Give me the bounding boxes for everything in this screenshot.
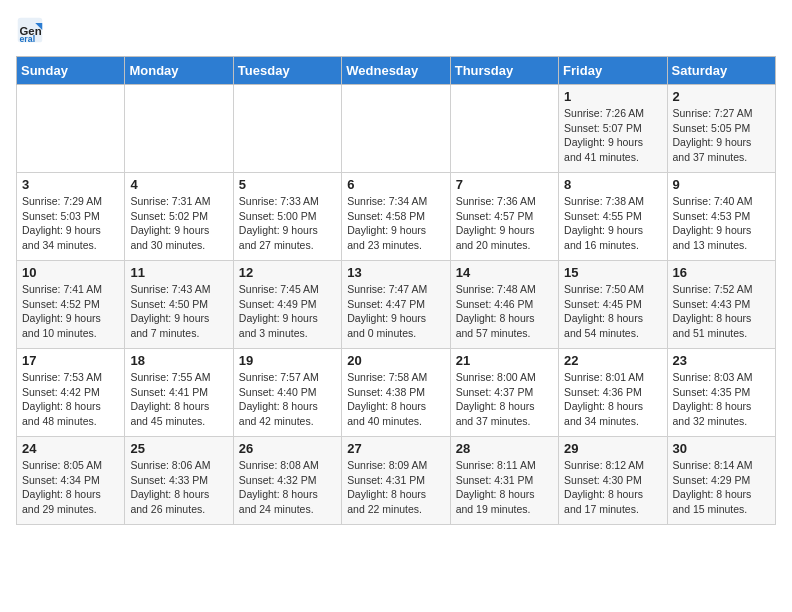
day-number: 3 xyxy=(22,177,119,192)
day-cell: 20Sunrise: 7:58 AMSunset: 4:38 PMDayligh… xyxy=(342,349,450,437)
header-wednesday: Wednesday xyxy=(342,57,450,85)
day-info: Sunrise: 7:33 AMSunset: 5:00 PMDaylight:… xyxy=(239,194,336,253)
day-info: Sunrise: 7:26 AMSunset: 5:07 PMDaylight:… xyxy=(564,106,661,165)
day-cell: 21Sunrise: 8:00 AMSunset: 4:37 PMDayligh… xyxy=(450,349,558,437)
day-info: Sunrise: 7:29 AMSunset: 5:03 PMDaylight:… xyxy=(22,194,119,253)
day-info: Sunrise: 8:05 AMSunset: 4:34 PMDaylight:… xyxy=(22,458,119,517)
day-cell: 4Sunrise: 7:31 AMSunset: 5:02 PMDaylight… xyxy=(125,173,233,261)
day-number: 11 xyxy=(130,265,227,280)
day-cell: 24Sunrise: 8:05 AMSunset: 4:34 PMDayligh… xyxy=(17,437,125,525)
day-info: Sunrise: 7:50 AMSunset: 4:45 PMDaylight:… xyxy=(564,282,661,341)
day-cell: 12Sunrise: 7:45 AMSunset: 4:49 PMDayligh… xyxy=(233,261,341,349)
day-number: 5 xyxy=(239,177,336,192)
day-number: 10 xyxy=(22,265,119,280)
day-cell xyxy=(125,85,233,173)
week-row-4: 17Sunrise: 7:53 AMSunset: 4:42 PMDayligh… xyxy=(17,349,776,437)
day-number: 22 xyxy=(564,353,661,368)
day-cell: 30Sunrise: 8:14 AMSunset: 4:29 PMDayligh… xyxy=(667,437,775,525)
day-cell xyxy=(342,85,450,173)
day-cell: 9Sunrise: 7:40 AMSunset: 4:53 PMDaylight… xyxy=(667,173,775,261)
day-cell: 28Sunrise: 8:11 AMSunset: 4:31 PMDayligh… xyxy=(450,437,558,525)
day-info: Sunrise: 7:43 AMSunset: 4:50 PMDaylight:… xyxy=(130,282,227,341)
header-thursday: Thursday xyxy=(450,57,558,85)
day-cell: 11Sunrise: 7:43 AMSunset: 4:50 PMDayligh… xyxy=(125,261,233,349)
logo-icon: Gen eral xyxy=(16,16,44,44)
day-cell: 7Sunrise: 7:36 AMSunset: 4:57 PMDaylight… xyxy=(450,173,558,261)
day-number: 16 xyxy=(673,265,770,280)
day-info: Sunrise: 8:06 AMSunset: 4:33 PMDaylight:… xyxy=(130,458,227,517)
header-sunday: Sunday xyxy=(17,57,125,85)
day-cell: 18Sunrise: 7:55 AMSunset: 4:41 PMDayligh… xyxy=(125,349,233,437)
day-number: 24 xyxy=(22,441,119,456)
day-cell: 10Sunrise: 7:41 AMSunset: 4:52 PMDayligh… xyxy=(17,261,125,349)
page-header: Gen eral xyxy=(16,16,776,44)
day-info: Sunrise: 7:48 AMSunset: 4:46 PMDaylight:… xyxy=(456,282,553,341)
day-cell: 27Sunrise: 8:09 AMSunset: 4:31 PMDayligh… xyxy=(342,437,450,525)
day-cell xyxy=(450,85,558,173)
day-number: 8 xyxy=(564,177,661,192)
week-row-5: 24Sunrise: 8:05 AMSunset: 4:34 PMDayligh… xyxy=(17,437,776,525)
day-info: Sunrise: 7:57 AMSunset: 4:40 PMDaylight:… xyxy=(239,370,336,429)
day-info: Sunrise: 7:36 AMSunset: 4:57 PMDaylight:… xyxy=(456,194,553,253)
week-row-1: 1Sunrise: 7:26 AMSunset: 5:07 PMDaylight… xyxy=(17,85,776,173)
day-number: 14 xyxy=(456,265,553,280)
day-info: Sunrise: 7:41 AMSunset: 4:52 PMDaylight:… xyxy=(22,282,119,341)
day-number: 27 xyxy=(347,441,444,456)
day-info: Sunrise: 7:40 AMSunset: 4:53 PMDaylight:… xyxy=(673,194,770,253)
day-number: 6 xyxy=(347,177,444,192)
day-number: 21 xyxy=(456,353,553,368)
day-info: Sunrise: 8:11 AMSunset: 4:31 PMDaylight:… xyxy=(456,458,553,517)
day-cell xyxy=(17,85,125,173)
day-cell: 2Sunrise: 7:27 AMSunset: 5:05 PMDaylight… xyxy=(667,85,775,173)
day-cell: 17Sunrise: 7:53 AMSunset: 4:42 PMDayligh… xyxy=(17,349,125,437)
week-row-2: 3Sunrise: 7:29 AMSunset: 5:03 PMDaylight… xyxy=(17,173,776,261)
header-saturday: Saturday xyxy=(667,57,775,85)
day-cell: 1Sunrise: 7:26 AMSunset: 5:07 PMDaylight… xyxy=(559,85,667,173)
day-cell: 6Sunrise: 7:34 AMSunset: 4:58 PMDaylight… xyxy=(342,173,450,261)
day-info: Sunrise: 7:53 AMSunset: 4:42 PMDaylight:… xyxy=(22,370,119,429)
header-tuesday: Tuesday xyxy=(233,57,341,85)
day-number: 1 xyxy=(564,89,661,104)
day-info: Sunrise: 8:00 AMSunset: 4:37 PMDaylight:… xyxy=(456,370,553,429)
header-friday: Friday xyxy=(559,57,667,85)
day-info: Sunrise: 8:03 AMSunset: 4:35 PMDaylight:… xyxy=(673,370,770,429)
day-info: Sunrise: 7:31 AMSunset: 5:02 PMDaylight:… xyxy=(130,194,227,253)
day-number: 13 xyxy=(347,265,444,280)
calendar-table: SundayMondayTuesdayWednesdayThursdayFrid… xyxy=(16,56,776,525)
day-cell: 23Sunrise: 8:03 AMSunset: 4:35 PMDayligh… xyxy=(667,349,775,437)
day-info: Sunrise: 7:47 AMSunset: 4:47 PMDaylight:… xyxy=(347,282,444,341)
header-monday: Monday xyxy=(125,57,233,85)
day-number: 28 xyxy=(456,441,553,456)
day-number: 25 xyxy=(130,441,227,456)
day-cell: 16Sunrise: 7:52 AMSunset: 4:43 PMDayligh… xyxy=(667,261,775,349)
day-info: Sunrise: 8:14 AMSunset: 4:29 PMDaylight:… xyxy=(673,458,770,517)
day-info: Sunrise: 8:01 AMSunset: 4:36 PMDaylight:… xyxy=(564,370,661,429)
day-number: 26 xyxy=(239,441,336,456)
day-info: Sunrise: 7:52 AMSunset: 4:43 PMDaylight:… xyxy=(673,282,770,341)
day-info: Sunrise: 8:08 AMSunset: 4:32 PMDaylight:… xyxy=(239,458,336,517)
day-cell: 25Sunrise: 8:06 AMSunset: 4:33 PMDayligh… xyxy=(125,437,233,525)
day-cell: 8Sunrise: 7:38 AMSunset: 4:55 PMDaylight… xyxy=(559,173,667,261)
day-info: Sunrise: 8:09 AMSunset: 4:31 PMDaylight:… xyxy=(347,458,444,517)
day-cell: 5Sunrise: 7:33 AMSunset: 5:00 PMDaylight… xyxy=(233,173,341,261)
day-number: 2 xyxy=(673,89,770,104)
day-info: Sunrise: 7:45 AMSunset: 4:49 PMDaylight:… xyxy=(239,282,336,341)
day-number: 17 xyxy=(22,353,119,368)
day-info: Sunrise: 7:58 AMSunset: 4:38 PMDaylight:… xyxy=(347,370,444,429)
day-number: 15 xyxy=(564,265,661,280)
day-number: 4 xyxy=(130,177,227,192)
logo: Gen eral xyxy=(16,16,48,44)
day-cell: 29Sunrise: 8:12 AMSunset: 4:30 PMDayligh… xyxy=(559,437,667,525)
calendar-header-row: SundayMondayTuesdayWednesdayThursdayFrid… xyxy=(17,57,776,85)
day-number: 30 xyxy=(673,441,770,456)
day-number: 9 xyxy=(673,177,770,192)
day-cell: 15Sunrise: 7:50 AMSunset: 4:45 PMDayligh… xyxy=(559,261,667,349)
day-number: 23 xyxy=(673,353,770,368)
day-cell: 14Sunrise: 7:48 AMSunset: 4:46 PMDayligh… xyxy=(450,261,558,349)
week-row-3: 10Sunrise: 7:41 AMSunset: 4:52 PMDayligh… xyxy=(17,261,776,349)
day-number: 29 xyxy=(564,441,661,456)
day-number: 12 xyxy=(239,265,336,280)
day-info: Sunrise: 7:27 AMSunset: 5:05 PMDaylight:… xyxy=(673,106,770,165)
day-number: 18 xyxy=(130,353,227,368)
svg-text:eral: eral xyxy=(20,34,36,44)
